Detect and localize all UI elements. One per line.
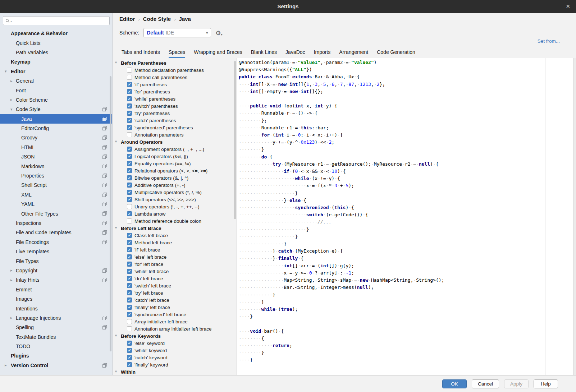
chevron-right-icon[interactable]: ▸	[10, 97, 13, 102]
tab-spaces[interactable]: Spaces	[169, 48, 186, 58]
sidebar-item-general[interactable]: ▸General	[0, 76, 112, 86]
sidebar-item-quick-lists[interactable]: Quick Lists	[0, 38, 112, 47]
checkbox[interactable]	[127, 218, 132, 223]
checkbox[interactable]: ✓	[127, 305, 132, 310]
checkbox[interactable]: ✓	[127, 103, 132, 109]
checkbox[interactable]: ✓	[127, 161, 132, 166]
sidebar-item-images[interactable]: Images	[0, 294, 112, 304]
sidebar-item-html[interactable]: HTML	[0, 143, 112, 152]
checkbox[interactable]: ✓	[127, 298, 132, 303]
sidebar-item-color-scheme[interactable]: ▸Color Scheme	[0, 95, 112, 105]
checkbox[interactable]: ✓	[127, 190, 132, 195]
checkbox[interactable]: ✓	[127, 154, 132, 159]
checkbox[interactable]	[127, 132, 132, 137]
sidebar-item-copyright[interactable]: ▸Copyright	[0, 266, 112, 275]
breadcrumb-editor[interactable]: Editor	[119, 16, 135, 22]
checkbox[interactable]	[127, 204, 132, 209]
checkbox[interactable]: ✓	[127, 89, 132, 94]
sidebar-item-json[interactable]: JSON	[0, 152, 112, 161]
checkbox[interactable]: ✓	[127, 96, 132, 101]
checkbox[interactable]: ✓	[127, 183, 132, 188]
cancel-button[interactable]: Cancel	[472, 379, 499, 388]
sidebar-item-version-control[interactable]: ▸Version Control	[0, 361, 112, 370]
checkbox[interactable]: ✓	[127, 269, 132, 274]
sidebar-item-spelling[interactable]: Spelling	[0, 323, 112, 332]
help-button[interactable]: Help	[534, 379, 558, 388]
sidebar-item-file-and-code-templates[interactable]: File and Code Templates	[0, 228, 112, 237]
chevron-down-icon[interactable]: ▾	[10, 107, 13, 112]
checkbox[interactable]: ✓	[127, 355, 132, 360]
set-from-link[interactable]: Set from...	[538, 38, 560, 44]
checkbox[interactable]: ✓	[127, 247, 132, 252]
sidebar-item-path-variables[interactable]: Path Variables	[0, 48, 112, 57]
chevron-right-icon[interactable]: ▸	[10, 79, 13, 83]
checkbox[interactable]: ✓	[127, 276, 132, 281]
checkbox[interactable]: ✓	[127, 82, 132, 87]
checkbox[interactable]	[127, 75, 132, 80]
section-header-within[interactable]: ▾Within	[113, 368, 237, 375]
sidebar-item-keymap[interactable]: Keymap	[0, 57, 112, 66]
sidebar-item-appearance-behavior[interactable]: Appearance & Behavior	[0, 29, 112, 38]
section-header-before-keywords[interactable]: ▾Before Keywords	[113, 332, 237, 340]
chevron-down-icon[interactable]: ▾	[5, 69, 7, 74]
checkbox[interactable]: ✓	[127, 240, 132, 245]
checkbox[interactable]: ✓	[127, 290, 132, 295]
sidebar-item-textmate-bundles[interactable]: TextMate Bundles	[0, 332, 112, 342]
checkbox[interactable]	[127, 68, 132, 73]
close-icon[interactable]: ✕	[566, 3, 570, 10]
sidebar-item-plugins[interactable]: Plugins	[0, 351, 112, 360]
chevron-right-icon[interactable]: ▸	[10, 315, 13, 320]
sidebar-item-xml[interactable]: XML	[0, 190, 112, 199]
sidebar-item-other-file-types[interactable]: Other File Types	[0, 209, 112, 218]
sidebar-item-java[interactable]: Java	[0, 114, 112, 124]
checkbox[interactable]: ✓	[127, 283, 132, 288]
tab-blank-lines[interactable]: Blank Lines	[251, 48, 277, 58]
checkbox[interactable]: ✓	[127, 341, 132, 346]
apply-button[interactable]: Apply	[504, 379, 529, 388]
sidebar-item-inspections[interactable]: Inspections	[0, 218, 112, 228]
section-header-before-parentheses[interactable]: ▾Before Parentheses	[113, 59, 237, 66]
tab-code-generation[interactable]: Code Generation	[377, 48, 415, 58]
checkbox[interactable]: ✓	[127, 254, 132, 259]
sidebar-item-live-templates[interactable]: Live Templates	[0, 247, 112, 256]
breadcrumb-code-style[interactable]: Code Style	[143, 16, 171, 22]
sidebar-item-editorconfig[interactable]: EditorConfig	[0, 124, 112, 133]
chevron-right-icon[interactable]: ▸	[10, 268, 13, 273]
sidebar-item-file-types[interactable]: File Types	[0, 256, 112, 266]
checkbox[interactable]: ✓	[127, 362, 132, 367]
checkbox[interactable]: ✓	[127, 175, 132, 180]
section-header-before-left-brace[interactable]: ▾Before Left Brace	[113, 225, 237, 232]
sidebar-item-emmet[interactable]: Emmet	[0, 285, 112, 294]
tab-javadoc[interactable]: JavaDoc	[285, 48, 305, 58]
sidebar-item-code-style[interactable]: ▾Code Style	[0, 105, 112, 114]
tab-arrangement[interactable]: Arrangement	[339, 48, 368, 58]
checkbox[interactable]: ✓	[127, 111, 132, 116]
tab-tabs-and-indents[interactable]: Tabs and Indents	[122, 48, 160, 58]
sidebar-scrollbar[interactable]	[110, 76, 111, 351]
chevron-right-icon[interactable]: ▸	[10, 278, 13, 282]
sidebar-item-file-encodings[interactable]: File Encodings	[0, 237, 112, 247]
sidebar-item-inlay-hints[interactable]: ▸Inlay Hints	[0, 275, 112, 285]
tab-wrapping-and-braces[interactable]: Wrapping and Braces	[194, 48, 242, 58]
ok-button[interactable]: OK	[442, 379, 467, 388]
tab-imports[interactable]: Imports	[314, 48, 331, 58]
checkbox[interactable]: ✓	[127, 118, 132, 123]
checkbox[interactable]: ✓	[127, 233, 132, 238]
chevron-right-icon[interactable]: ▸	[5, 363, 7, 368]
checkbox[interactable]: ✓	[127, 262, 132, 267]
sidebar-item-groovy[interactable]: Groovy	[0, 133, 112, 142]
section-header-around-operators[interactable]: ▾Around Operators	[113, 138, 237, 146]
checkbox[interactable]: ✓	[127, 348, 132, 353]
sidebar-item-todo[interactable]: TODO	[0, 342, 112, 351]
sidebar-item-properties[interactable]: Properties	[0, 171, 112, 180]
sidebar-item-markdown[interactable]: Markdown	[0, 161, 112, 171]
sidebar-item-shell-script[interactable]: Shell Script	[0, 180, 112, 190]
checkbox[interactable]: ✓	[127, 211, 132, 216]
search-input[interactable]: ▾	[3, 16, 110, 25]
checkbox[interactable]: ✓	[127, 197, 132, 202]
sidebar-item-font[interactable]: Font	[0, 86, 112, 95]
checkbox[interactable]: ✓	[127, 168, 132, 173]
sidebar-item-language-injections[interactable]: ▸Language Injections	[0, 313, 112, 323]
gear-icon[interactable]: ⚙▾	[215, 30, 222, 36]
checkbox[interactable]	[127, 319, 132, 324]
